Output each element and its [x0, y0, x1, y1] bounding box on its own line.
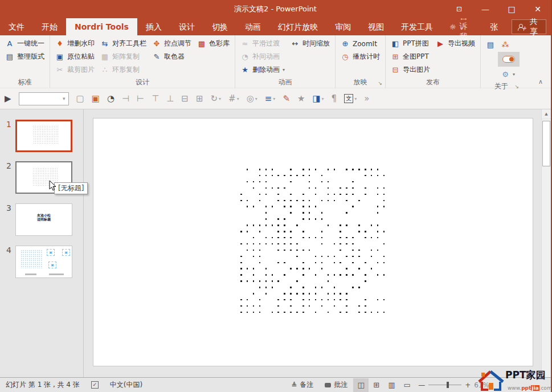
paragraph-indent-icon[interactable]: ¶ [332, 93, 337, 104]
organize-layout-button[interactable]: ▤ 整理版式 [2, 50, 47, 63]
group-standard: A 一键统一 ▤ 整理版式 标准 [0, 35, 50, 88]
handle-adjust-button[interactable]: ✥ 控点调节 [149, 37, 194, 50]
user-name[interactable]: 张一宏 [483, 18, 512, 35]
tab-insert[interactable]: 插入 [137, 18, 170, 35]
thumb3-line1: 友迪小松 [16, 213, 72, 217]
select-object-icon[interactable]: ▣ [92, 93, 100, 104]
share-label: 共享 [530, 17, 540, 37]
tab-nordri-tools[interactable]: Nordri Tools [66, 18, 137, 35]
view-sorter-button[interactable]: ⊞ [369, 378, 384, 392]
tween-animation-label: 补间动画 [252, 52, 280, 62]
slide-thumbnail-1[interactable] [15, 120, 72, 152]
align-center-h-icon[interactable]: ⊟ [181, 93, 189, 104]
view-normal-button[interactable]: ◫ [353, 378, 369, 392]
animation-timer-icon[interactable]: ◔ [107, 93, 115, 104]
animation-preview-icon[interactable]: ▶ [5, 93, 11, 104]
zoom-in-button[interactable]: + [461, 381, 474, 389]
one-key-unify-button[interactable]: A 一键统一 [2, 37, 47, 50]
format-brush-icon[interactable]: ✎ [283, 93, 290, 104]
zoom-slider-handle[interactable] [447, 382, 449, 388]
matrix-copy-button[interactable]: ▦ 矩阵复制 [97, 50, 149, 63]
rotate-flip-icon[interactable]: ↻ ▾ [210, 93, 221, 104]
export-video-button[interactable]: ▶ 导出视频 [433, 37, 478, 50]
slide-thumbnail-4[interactable]: ▣ ▣ ▣ [15, 246, 72, 278]
align-toolbar-button[interactable]: ⇆ 对齐工具栏 [97, 37, 149, 50]
tab-animations[interactable]: 动画 [236, 18, 269, 35]
minimize-button[interactable]: — [472, 0, 498, 18]
tween-animation-button[interactable]: ◔ 补间动画 [238, 50, 288, 63]
share-button[interactable]: + 共享 [512, 19, 546, 34]
color-picker-button[interactable]: ✎ 取色器 [149, 50, 194, 63]
chevron-down-icon: ▾ [322, 96, 324, 101]
mouse-cursor [49, 180, 57, 191]
language-indicator[interactable]: 中文(中国) [104, 378, 148, 392]
chevron-down-icon: ▾ [255, 96, 257, 101]
slide-thumbnail-3[interactable]: 友迪小松 说明标题 [15, 203, 72, 236]
share-tool-button[interactable]: ⁂ [498, 37, 520, 52]
scroll-up-icon[interactable]: ▲ [542, 109, 551, 119]
full-image-ppt-label: 全图PPT [403, 52, 429, 62]
tab-review[interactable]: 审阅 [326, 18, 359, 35]
ppt-collage-button[interactable]: ◧ PPT拼图 [388, 37, 433, 50]
expand-selection-icon[interactable]: ▢ [76, 93, 84, 104]
dialog-launcher-icon[interactable]: ↘ [514, 84, 519, 89]
align-right-icon[interactable]: ⊢ [137, 93, 144, 104]
proofing-icon[interactable]: ✓ [85, 378, 104, 392]
delete-animation-button[interactable]: ★ 删除动画 ▾ [238, 63, 288, 76]
full-image-ppt-button[interactable]: ⊞ 全图PPT [388, 50, 433, 63]
align-top-icon[interactable]: ⊤ [152, 93, 159, 104]
more-tools-icon[interactable]: » [364, 93, 369, 104]
smooth-transition-button[interactable]: ≈ 平滑过渡 [238, 37, 288, 50]
tab-view[interactable]: 视图 [359, 18, 392, 35]
dialog-launcher-icon[interactable]: ↘ [378, 80, 382, 86]
tab-file[interactable]: 文件 [0, 18, 33, 35]
scrollbar-thumb[interactable] [542, 121, 550, 166]
time-zoom-button[interactable]: ↔ 时间缩放 [288, 37, 333, 50]
collapse-ribbon-icon[interactable]: ∧ [538, 78, 543, 85]
tab-transitions[interactable]: 切换 [203, 18, 236, 35]
view-slideshow-button[interactable]: ▭ [399, 378, 415, 392]
smooth-transition-label: 平滑过渡 [252, 39, 280, 48]
maximize-button[interactable]: □ [498, 0, 525, 18]
help-book-button[interactable]: ▤ [483, 37, 498, 52]
crop-image-button[interactable]: ✂ 裁剪图片 [52, 63, 97, 76]
zoom-slider[interactable] [428, 385, 461, 385]
star-effect-icon[interactable]: ★ [297, 93, 305, 104]
watermark-button[interactable]: ♦ 增删水印 [52, 37, 97, 50]
tween-animation-icon: ◔ [240, 52, 250, 61]
settings-button[interactable]: ⚙ ▾ [498, 67, 520, 81]
export-image-button[interactable]: ⊟ 导出图片 [388, 63, 433, 76]
slide-canvas[interactable] [93, 118, 533, 366]
ring-copy-button[interactable]: ∴ 环形复制 [97, 63, 149, 76]
comments-label: 批注 [334, 380, 347, 390]
zoom-out-button[interactable]: — [415, 381, 428, 389]
textbox-tool-icon[interactable]: 文 ▾ [344, 94, 357, 103]
align-left-icon[interactable]: ⊣ [122, 93, 129, 104]
brand-url: www.pptjia.com [508, 385, 552, 391]
view-reading-button[interactable]: ▥ [384, 378, 399, 392]
tab-developer[interactable]: 开发工具 [392, 18, 441, 35]
align-center-v-icon[interactable]: ⊞ [196, 93, 203, 104]
tell-me-box[interactable]: ☼ 告诉我... [441, 18, 483, 35]
tab-design[interactable]: 设计 [170, 18, 203, 35]
comments-button[interactable]: 批注 [319, 378, 353, 392]
paste-in-place-button[interactable]: ▣ 原位粘贴 [52, 50, 97, 63]
animation-combo-box[interactable]: ▾ [19, 92, 69, 105]
tab-home[interactable]: 开始 [33, 18, 66, 35]
vertical-scrollbar[interactable]: ▲ [541, 109, 551, 377]
tab-slideshow[interactable]: 幻灯片放映 [269, 18, 326, 35]
close-button[interactable]: ✕ [525, 0, 551, 18]
play-timing-button[interactable]: ◷ 播放计时 [338, 50, 383, 63]
overlap-circles-icon[interactable]: ◎ ▾ [247, 93, 257, 104]
ribbon-display-options-icon[interactable]: ⊡ [446, 0, 472, 18]
zoomit-button[interactable]: ⊕ ZoomIt [338, 37, 383, 50]
position-grid-icon[interactable]: # ▾ [228, 93, 239, 104]
group-publish: ◧ PPT拼图 ⊞ 全图PPT ⊟ 导出图片 ▶ 导出视频 [386, 35, 481, 88]
color-library-button[interactable]: ▩ 色彩库 [194, 37, 232, 50]
toolbar-toggle-button[interactable] [498, 52, 520, 67]
align-list-icon[interactable]: ≡ ▾ [265, 93, 276, 104]
combine-shapes-icon[interactable]: ◨ ▾ [312, 93, 324, 104]
notes-button[interactable]: ≜ 备注 [285, 378, 319, 392]
url-box: jia [531, 385, 539, 391]
align-bottom-icon[interactable]: ⊥ [166, 93, 174, 104]
